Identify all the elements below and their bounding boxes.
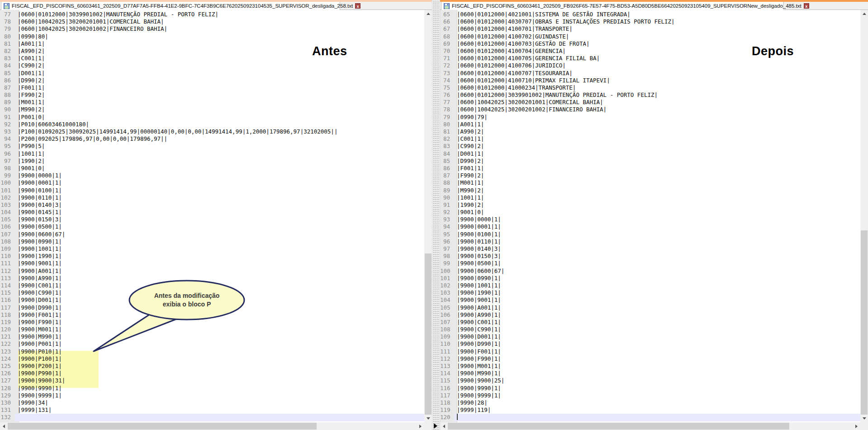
line-number: 104 bbox=[440, 296, 454, 304]
code-line-text: |9900|C990|1| bbox=[15, 289, 424, 296]
code-line: 82|C001|1| bbox=[440, 135, 860, 143]
code-line-text: |9900|0100|1| bbox=[454, 231, 860, 238]
code-line-text: |9900|D990|1| bbox=[454, 340, 860, 348]
code-line: 118|9900|F001|1| bbox=[0, 311, 424, 319]
line-number: 77 bbox=[0, 11, 15, 18]
code-line: 89|M990|2| bbox=[440, 187, 860, 194]
code-line-text: |9900|9990|1| bbox=[454, 385, 860, 392]
line-number: 128 bbox=[0, 385, 15, 392]
scrollbar-corner bbox=[424, 422, 432, 430]
code-line-text: |9900|0500|1| bbox=[454, 260, 860, 267]
code-line-text: |9001|0| bbox=[15, 165, 424, 172]
code-line-text: |0600|01012000|3039901002|MANUTENÇÃO PRE… bbox=[454, 91, 860, 99]
code-line: 108|9900|C990|1| bbox=[440, 326, 860, 333]
code-line: 94|9900|0001|1| bbox=[440, 223, 860, 230]
code-line: 103|9900|1990|1| bbox=[440, 289, 860, 296]
right-hscroll-thumb[interactable] bbox=[448, 423, 789, 430]
heading-depois: Depois bbox=[752, 44, 794, 58]
scroll-up-icon[interactable] bbox=[424, 10, 432, 18]
code-line-text: |9900|F990|1| bbox=[454, 355, 860, 363]
code-line: 91|P001|0| bbox=[0, 114, 424, 121]
code-line-text: |M001|1| bbox=[454, 179, 860, 186]
tab-file-before[interactable]: FISCAL_EFD_PISCOFINS_60603461_202509_D77… bbox=[1, 2, 340, 10]
code-line: 77|0600|01012000|3039901002|MANUTENÇÃO P… bbox=[0, 11, 424, 18]
line-number: 73 bbox=[440, 70, 454, 77]
code-line: 119|9900|F990|1| bbox=[0, 319, 424, 326]
line-number: 76 bbox=[440, 91, 454, 99]
scroll-left-icon[interactable] bbox=[440, 422, 448, 430]
line-number: 122 bbox=[0, 340, 15, 348]
code-line: 79|0600|10042025|30200201002|FINANCEIRO … bbox=[0, 25, 424, 33]
code-line: 89|M001|1| bbox=[0, 99, 424, 106]
line-number: 90 bbox=[0, 106, 15, 113]
code-line: 120|9900|M001|1| bbox=[0, 326, 424, 333]
line-number: 82 bbox=[440, 135, 454, 143]
code-line: 99|9900|0000|1| bbox=[0, 172, 424, 179]
scroll-down-icon[interactable] bbox=[424, 415, 432, 422]
code-line-text: |9900|9999|1| bbox=[454, 392, 860, 399]
scroll-left-icon[interactable] bbox=[0, 422, 8, 430]
scroll-up-icon[interactable] bbox=[860, 10, 868, 18]
line-number: 81 bbox=[440, 128, 454, 135]
line-number: 118 bbox=[0, 311, 15, 319]
code-line: 73|0600|01012000|4100707|TESOURARIA| bbox=[440, 70, 860, 77]
right-horizontal-scrollbar[interactable] bbox=[440, 422, 860, 430]
code-line-text: |P010|60603461000180| bbox=[15, 121, 424, 128]
code-line: 83|C001|1| bbox=[0, 55, 424, 62]
code-line: 98|9900|0150|3| bbox=[440, 253, 860, 260]
line-number: 123 bbox=[0, 348, 15, 355]
scroll-right-icon[interactable] bbox=[417, 422, 424, 430]
tab-file-after[interactable]: FISCAL_EFD_PISCOFINS_60603461_202509_FB9… bbox=[441, 2, 784, 10]
code-line-text: |F001|1| bbox=[15, 84, 424, 91]
code-line-text bbox=[454, 414, 860, 421]
code-line: 105|9900|A001|1| bbox=[440, 304, 860, 311]
code-line: 72|0600|01012000|4100706|JURIDICO| bbox=[440, 62, 860, 69]
left-vertical-scrollbar[interactable] bbox=[424, 10, 432, 422]
scroll-down-icon[interactable] bbox=[860, 415, 868, 422]
code-line: 86|D990|2| bbox=[0, 77, 424, 84]
view-splitter[interactable] bbox=[432, 0, 440, 430]
line-number: 75 bbox=[440, 84, 454, 91]
editor-before[interactable]: 77|0600|01012000|3039901002|MANUTENÇÃO P… bbox=[0, 10, 424, 422]
line-number: 83 bbox=[440, 143, 454, 150]
line-number: 85 bbox=[0, 70, 15, 77]
code-line-text: |0600|01012000|4100710|PRIMAX FILIAL ITA… bbox=[454, 77, 860, 84]
line-number: 110 bbox=[0, 253, 15, 260]
code-line-text: |D990|2| bbox=[454, 158, 860, 165]
line-number: 132 bbox=[0, 414, 15, 421]
code-line: 109|9900|D001|1| bbox=[440, 333, 860, 340]
code-line-text: |M990|2| bbox=[15, 106, 424, 113]
left-hscroll-thumb[interactable] bbox=[8, 423, 317, 430]
right-vertical-scrollbar[interactable] bbox=[860, 10, 868, 422]
code-line: 86|F001|1| bbox=[440, 165, 860, 172]
line-number: 92 bbox=[0, 121, 15, 128]
code-line: 98|9001|0| bbox=[0, 165, 424, 172]
right-vscroll-thumb[interactable] bbox=[861, 230, 868, 415]
line-number: 120 bbox=[0, 326, 15, 333]
line-number: 117 bbox=[440, 392, 454, 399]
code-line-text: |9900|D001|1| bbox=[15, 296, 424, 304]
left-horizontal-scrollbar[interactable] bbox=[0, 422, 424, 430]
line-number: 87 bbox=[440, 172, 454, 179]
code-line-text: |9990|28| bbox=[454, 399, 860, 406]
code-line: 78|0600|10042025|30200201002|FINANCEIRO … bbox=[440, 106, 860, 113]
scroll-right-icon[interactable] bbox=[853, 422, 860, 430]
notepad-split-window: FISCAL_EFD_PISCOFINS_60603461_202509_D77… bbox=[0, 0, 868, 430]
code-line: 117|9900|D990|1| bbox=[0, 304, 424, 311]
editor-after[interactable]: 65|0600|01012000|4021001|SISTEMA DE GEST… bbox=[440, 10, 860, 422]
code-line-text: |9900|0001|1| bbox=[15, 179, 424, 186]
line-number: 130 bbox=[0, 399, 15, 406]
code-line: 100|9900|0600|67| bbox=[440, 268, 860, 275]
left-vscroll-thumb[interactable] bbox=[425, 253, 432, 415]
code-line-text: |9900|0150|3| bbox=[454, 253, 860, 260]
line-number: 121 bbox=[0, 333, 15, 340]
code-line: 92|9001|0| bbox=[440, 209, 860, 216]
code-line: 115|9900|C990|1| bbox=[0, 289, 424, 296]
close-icon[interactable]: x bbox=[804, 3, 809, 9]
line-number: 95 bbox=[440, 231, 454, 238]
code-line-text: |9900|0145|1| bbox=[15, 209, 424, 216]
line-number: 78 bbox=[0, 18, 15, 25]
code-line: 109|9900|1001|1| bbox=[0, 245, 424, 253]
close-icon[interactable]: x bbox=[355, 3, 360, 9]
code-line: 75|0600|01012000|41000234|TRANSPORTE| bbox=[440, 84, 860, 91]
